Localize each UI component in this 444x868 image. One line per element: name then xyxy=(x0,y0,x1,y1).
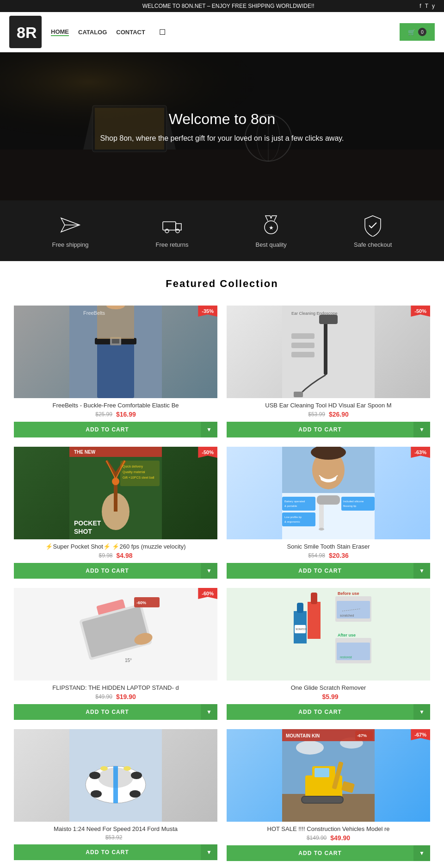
add-to-cart-dropdown-4[interactable]: ▼ xyxy=(201,704,217,720)
product-title-2: ⚡Super Pocket Shot⚡ ⚡260 fps (muzzle vel… xyxy=(14,543,217,550)
product-prices-1: $53.99 $26.90 xyxy=(308,411,349,418)
svg-point-106 xyxy=(296,741,324,755)
hero-content: Welcome to 8on Shop 8on, where the perfe… xyxy=(81,111,362,143)
svg-text:MOUNTAIN KIN: MOUNTAIN KIN xyxy=(286,733,320,738)
product-card-7: MOUNTAIN KIN -67% -67% HOT SALE !!!! Con… xyxy=(222,724,435,866)
logo-svg: 8R xyxy=(13,19,38,45)
add-to-cart-button-3[interactable]: ADD TO CART xyxy=(227,563,413,579)
svg-point-42 xyxy=(112,478,119,485)
svg-text:& ergonomic: & ergonomic xyxy=(284,520,300,523)
add-to-cart-wrap-7: ADD TO CART ▼ xyxy=(227,845,430,861)
svg-rect-98 xyxy=(113,766,118,803)
product-title-0: FreeBelts - Buckle-Free Comfortable Elas… xyxy=(14,402,217,409)
old-price-3: $54.98 xyxy=(308,552,325,559)
old-price-2: $9.98 xyxy=(99,552,112,559)
new-price-4: $19.90 xyxy=(116,693,136,700)
hero-subtitle: Shop 8on, where the perfect gift for you… xyxy=(100,134,344,143)
svg-rect-114 xyxy=(302,796,343,803)
svg-point-58 xyxy=(319,528,324,531)
new-price-1: $26.90 xyxy=(329,411,349,418)
add-to-cart-dropdown-6[interactable]: ▼ xyxy=(201,844,217,860)
cart-button[interactable]: 🛒 0 xyxy=(400,23,435,41)
youtube-icon[interactable]: y xyxy=(432,3,435,9)
svg-text:scratched: scratched xyxy=(340,614,354,617)
add-to-cart-dropdown-0[interactable]: ▼ xyxy=(201,422,217,437)
svg-text:Quality material: Quality material xyxy=(123,470,145,474)
svg-text:& portable: & portable xyxy=(284,505,297,507)
logo[interactable]: 8R xyxy=(9,16,42,48)
svg-point-102 xyxy=(130,790,141,798)
add-to-cart-dropdown-7[interactable]: ▼ xyxy=(413,845,430,861)
add-to-cart-wrap-6: ADD TO CART ▼ xyxy=(14,844,217,860)
svg-rect-33 xyxy=(291,343,314,348)
svg-text:Gift +10PCS steel ball: Gift +10PCS steel ball xyxy=(123,476,154,479)
svg-rect-29 xyxy=(324,319,327,375)
add-to-cart-dropdown-2[interactable]: ▼ xyxy=(201,563,217,579)
product-image-7: MOUNTAIN KIN -67% -67% xyxy=(227,729,430,822)
svg-rect-59 xyxy=(282,497,315,511)
add-to-cart-button-0[interactable]: ADD TO CART xyxy=(14,422,201,437)
product-image-5: Before use After use scratched restored xyxy=(227,588,430,681)
product-card-0: FreeBelts -35% FreeBelts - Buckle-Free C… xyxy=(9,301,222,442)
svg-text:flossing tip: flossing tip xyxy=(343,505,357,507)
feature-checkout-label: Safe checkout xyxy=(354,241,392,248)
hero-title: Welcome to 8on xyxy=(100,111,344,128)
product-image-2: THE NEW POCKET SHOT Quick delivery Quali… xyxy=(14,447,217,539)
product-grid: FreeBelts -35% FreeBelts - Buckle-Free C… xyxy=(0,301,444,866)
search-icon[interactable]: ☐ xyxy=(159,28,166,37)
svg-text:Quick delivery: Quick delivery xyxy=(123,465,143,468)
add-to-cart-dropdown-3[interactable]: ▼ xyxy=(413,563,430,579)
flipstand-svg: 15° -60% xyxy=(14,588,217,681)
add-to-cart-button-5[interactable]: ADD TO CART xyxy=(227,704,413,720)
add-to-cart-dropdown-1[interactable]: ▼ xyxy=(413,422,430,437)
svg-point-15 xyxy=(165,229,169,233)
add-to-cart-button-1[interactable]: ADD TO CART xyxy=(227,422,413,437)
svg-rect-87 xyxy=(311,593,317,604)
svg-text:Before use: Before use xyxy=(338,591,359,596)
medal-icon: ★ xyxy=(259,213,283,237)
nav-home[interactable]: HOME xyxy=(51,28,69,36)
svg-text:POCKET: POCKET xyxy=(74,519,101,527)
product-card-1: Ear Cleaning Endoscope -50% USB Ear Clea… xyxy=(222,301,435,442)
ear-svg: Ear Cleaning Endoscope xyxy=(227,306,430,398)
social-icons[interactable]: f T y xyxy=(419,3,435,9)
nav-catalog[interactable]: CATALOG xyxy=(78,29,107,36)
svg-rect-23 xyxy=(112,339,119,343)
svg-rect-62 xyxy=(282,512,315,526)
shield-icon xyxy=(361,213,384,237)
add-to-cart-button-2[interactable]: ADD TO CART xyxy=(14,563,201,579)
belts-svg: FreeBelts xyxy=(14,306,217,398)
product-title-5: One Glide Scratch Remover xyxy=(227,684,430,691)
svg-rect-31 xyxy=(294,392,303,397)
product-image-0: FreeBelts -35% xyxy=(14,306,217,398)
twitter-icon[interactable]: T xyxy=(425,3,428,9)
add-to-cart-dropdown-5[interactable]: ▼ xyxy=(413,704,430,720)
product-image-6: Maisto xyxy=(14,729,217,822)
facebook-icon[interactable]: f xyxy=(419,3,421,9)
old-price-7: $149.90 xyxy=(307,835,327,841)
feature-shipping: Free shipping xyxy=(52,213,89,248)
add-to-cart-wrap-4: ADD TO CART ▼ xyxy=(14,704,217,720)
feature-quality: ★ Best quality xyxy=(256,213,287,248)
product-prices-0: $25.99 $16.99 xyxy=(95,411,136,418)
pocket-svg: THE NEW POCKET SHOT Quick delivery Quali… xyxy=(14,447,217,539)
add-to-cart-wrap-3: ADD TO CART ▼ xyxy=(227,563,430,579)
add-to-cart-button-7[interactable]: ADD TO CART xyxy=(227,845,413,861)
svg-text:-60%: -60% xyxy=(136,600,146,605)
add-to-cart-button-4[interactable]: ADD TO CART xyxy=(14,704,201,720)
svg-rect-57 xyxy=(317,495,340,505)
features-section: Free shipping Free returns ★ Best qualit… xyxy=(0,200,444,261)
product-title-7: HOT SALE !!!! Construction Vehicles Mode… xyxy=(227,825,430,832)
truck-icon xyxy=(160,213,184,237)
svg-text:FreeBelts: FreeBelts xyxy=(83,310,105,316)
svg-point-99 xyxy=(89,772,100,779)
product-card-3: Battery operated & portable Low profile … xyxy=(222,442,435,583)
svg-text:SCRATCH: SCRATCH xyxy=(296,628,307,631)
add-to-cart-button-6[interactable]: ADD TO CART xyxy=(14,844,201,860)
nav-contact[interactable]: CONTACT xyxy=(116,29,145,36)
product-image-1: Ear Cleaning Endoscope -50% xyxy=(227,306,430,398)
new-price-3: $20.36 xyxy=(329,552,349,559)
svg-text:★: ★ xyxy=(269,225,274,231)
svg-text:SHOT: SHOT xyxy=(74,528,92,535)
svg-rect-111 xyxy=(314,768,329,777)
